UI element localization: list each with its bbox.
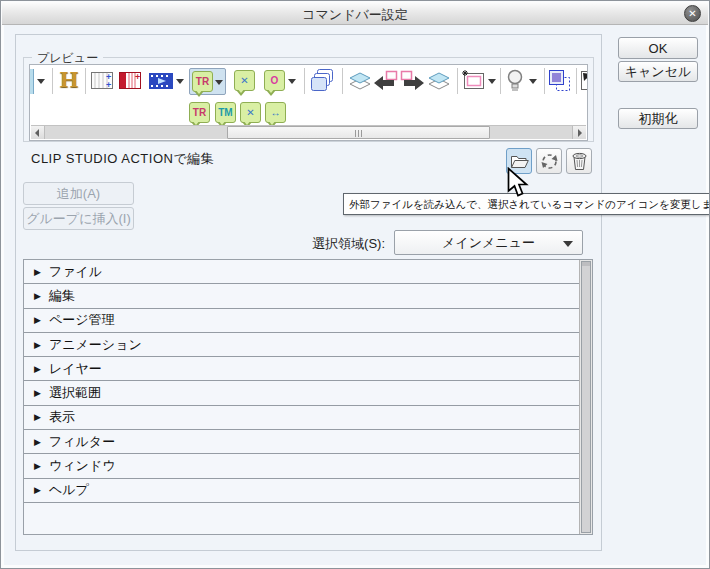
expand-triangle-icon[interactable]: ▶ bbox=[34, 412, 41, 422]
expand-triangle-icon[interactable]: ▶ bbox=[34, 485, 41, 495]
menu-list-row[interactable]: ▶表示 bbox=[24, 406, 579, 430]
chevron-down-icon[interactable] bbox=[176, 79, 184, 84]
chevron-down-icon[interactable] bbox=[288, 79, 296, 84]
heading-tool-icon[interactable]: H bbox=[57, 66, 81, 93]
menu-list-row-label: アニメーション bbox=[49, 336, 142, 354]
chevron-down-icon[interactable] bbox=[37, 79, 45, 84]
expand-triangle-icon[interactable]: ▶ bbox=[34, 437, 41, 447]
menu-list-vertical-scrollbar[interactable] bbox=[579, 260, 592, 534]
light-bulb-icon[interactable] bbox=[506, 68, 524, 93]
tr-tool-selected[interactable]: TR bbox=[189, 68, 226, 95]
ok-button[interactable]: OK bbox=[618, 37, 698, 59]
scroll-left-button[interactable] bbox=[31, 126, 45, 139]
toolbar-separator bbox=[576, 68, 577, 94]
svg-text:+: + bbox=[135, 72, 140, 82]
toolbar-separator bbox=[500, 68, 501, 94]
menu-list-row-label: 選択範囲 bbox=[49, 384, 101, 402]
layers-icon[interactable] bbox=[427, 71, 451, 91]
reset-icon-button[interactable] bbox=[536, 148, 562, 174]
scrollbar-thumb[interactable] bbox=[581, 261, 591, 533]
menu-list-row-label: 表示 bbox=[49, 408, 75, 426]
right-arrow-icon bbox=[578, 129, 582, 137]
o-badge-icon[interactable]: O bbox=[264, 70, 285, 91]
menu-list-row[interactable]: ▶ヘルプ bbox=[24, 479, 579, 503]
menu-list-row[interactable]: ▶ファイル bbox=[24, 260, 579, 284]
toolbar-separator bbox=[342, 68, 343, 94]
chevron-down-icon[interactable] bbox=[215, 80, 223, 85]
cancel-button[interactable]: キャンセル bbox=[618, 61, 698, 82]
red-frame-icon[interactable]: + bbox=[119, 72, 142, 90]
menu-list-row-label: ページ管理 bbox=[49, 311, 115, 329]
selection-area-icon[interactable] bbox=[548, 69, 571, 92]
menu-list-row[interactable]: ▶フィルター bbox=[24, 430, 579, 454]
toolbar-separator bbox=[52, 68, 53, 94]
x-badge-icon[interactable]: ✕ bbox=[240, 102, 261, 123]
menu-list-row-label: ヘルプ bbox=[49, 481, 89, 499]
toolbar-horizontal-scrollbar[interactable] bbox=[31, 125, 586, 139]
edit-with-action-label: CLIP STUDIO ACTIONで編集 bbox=[31, 150, 214, 168]
frame-border-icon[interactable]: + + bbox=[91, 72, 114, 90]
menu-list-row[interactable]: ▶アニメーション bbox=[24, 333, 579, 357]
close-icon: ✕ bbox=[688, 8, 696, 19]
toolbar-separator bbox=[85, 68, 86, 94]
selection-area-value: メインメニュー bbox=[442, 235, 535, 250]
svg-text:+: + bbox=[106, 80, 111, 90]
selection-area-label: 選択領域(S): bbox=[261, 235, 385, 253]
menu-list-row-label: ウィンドウ bbox=[49, 457, 116, 475]
menu-list-row-label: 編集 bbox=[49, 287, 75, 305]
next-page-icon[interactable] bbox=[400, 70, 424, 92]
clipped-tool-icon[interactable] bbox=[30, 69, 34, 94]
expand-triangle-icon[interactable]: ▶ bbox=[34, 267, 41, 277]
insert-into-group-button[interactable]: グループに挿入(I) bbox=[23, 207, 134, 230]
menu-list: ▶ファイル▶編集▶ページ管理▶アニメーション▶レイヤー▶選択範囲▶表示▶フィルタ… bbox=[23, 259, 593, 535]
filmstrip-icon[interactable] bbox=[149, 73, 173, 89]
trash-icon bbox=[571, 152, 588, 171]
duplicate-windows-icon[interactable] bbox=[310, 69, 334, 94]
horizontal-arrow-badge-icon[interactable]: ↔ bbox=[265, 102, 286, 123]
tr-badge-icon[interactable]: TR bbox=[192, 71, 213, 92]
refresh-icon bbox=[540, 152, 559, 171]
selection-area-dropdown[interactable]: メインメニュー bbox=[394, 230, 583, 255]
command-bar-preview-toolbar[interactable]: H + + + TR ✕ O bbox=[29, 64, 588, 141]
thumb-grip bbox=[355, 130, 364, 137]
expand-triangle-icon[interactable]: ▶ bbox=[34, 315, 41, 325]
toolbar-separator bbox=[544, 68, 545, 94]
new-frame-icon[interactable] bbox=[461, 69, 485, 91]
delete-command-button[interactable] bbox=[566, 148, 592, 174]
scroll-right-button[interactable] bbox=[572, 126, 586, 139]
chevron-down-icon[interactable] bbox=[529, 79, 537, 84]
collapse-arrow-icon[interactable] bbox=[580, 70, 588, 91]
previous-page-icon[interactable] bbox=[374, 70, 398, 92]
menu-list-row[interactable]: ▶選択範囲 bbox=[24, 381, 579, 405]
expand-triangle-icon[interactable]: ▶ bbox=[34, 364, 41, 374]
title-bar[interactable]: コマンドバー設定 ✕ bbox=[2, 2, 708, 25]
left-arrow-icon bbox=[35, 129, 39, 137]
mouse-cursor-icon bbox=[507, 167, 531, 200]
scrollbar-thumb[interactable] bbox=[227, 126, 490, 139]
expand-triangle-icon[interactable]: ▶ bbox=[34, 340, 41, 350]
menu-list-row[interactable]: ▶レイヤー bbox=[24, 357, 579, 381]
menu-list-row-label: レイヤー bbox=[49, 360, 102, 378]
chevron-down-icon[interactable] bbox=[488, 79, 496, 84]
menu-list-row[interactable]: ▶編集 bbox=[24, 284, 579, 308]
expand-triangle-icon[interactable]: ▶ bbox=[34, 291, 41, 301]
menu-list-rows: ▶ファイル▶編集▶ページ管理▶アニメーション▶レイヤー▶選択範囲▶表示▶フィルタ… bbox=[24, 260, 579, 534]
x-badge-icon[interactable]: ✕ bbox=[234, 70, 255, 91]
chevron-down-icon bbox=[563, 241, 573, 247]
expand-triangle-icon[interactable]: ▶ bbox=[34, 388, 41, 398]
reset-button[interactable]: 初期化 bbox=[618, 108, 698, 129]
layers-icon[interactable] bbox=[348, 71, 372, 91]
dialog-title: コマンドバー設定 bbox=[2, 6, 708, 24]
toolbar-separator bbox=[304, 68, 305, 94]
menu-list-row[interactable]: ▶ページ管理 bbox=[24, 309, 579, 333]
command-bar-settings-dialog: コマンドバー設定 ✕ プレビュー H + + + bbox=[0, 0, 710, 569]
close-button[interactable]: ✕ bbox=[684, 5, 701, 22]
toolbar-separator bbox=[457, 68, 458, 94]
tr-badge-icon[interactable]: TR bbox=[189, 102, 210, 123]
add-button[interactable]: 追加(A) bbox=[23, 182, 134, 205]
menu-list-row-label: ファイル bbox=[49, 263, 102, 281]
expand-triangle-icon[interactable]: ▶ bbox=[34, 461, 41, 471]
menu-list-row[interactable]: ▶ウィンドウ bbox=[24, 454, 579, 478]
tm-badge-icon[interactable]: TM bbox=[215, 102, 236, 123]
menu-list-row-label: フィルター bbox=[49, 433, 115, 451]
